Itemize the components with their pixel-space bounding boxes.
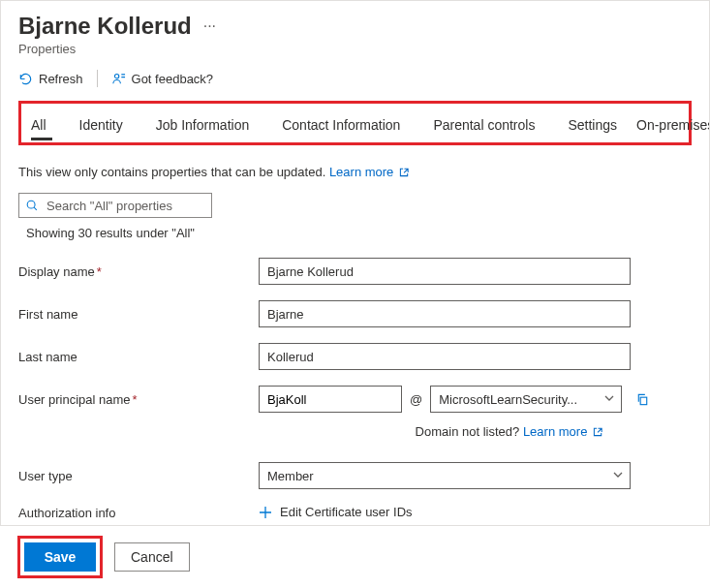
upn-user-input[interactable] bbox=[259, 386, 402, 413]
edit-certificate-link[interactable]: Edit Certificate user IDs bbox=[259, 505, 413, 519]
auth-info-label: Authorization info bbox=[18, 506, 259, 520]
user-type-value: Member bbox=[267, 469, 314, 483]
upn-label: User principal name* bbox=[18, 392, 259, 407]
upn-domain-value: MicrosoftLearnSecurity... bbox=[439, 392, 577, 407]
first-name-input[interactable] bbox=[259, 300, 631, 327]
last-name-label: Last name bbox=[18, 350, 259, 364]
page-title: Bjarne Kollerud bbox=[18, 13, 192, 40]
tabs-highlight-box: All Identity Job Information Contact Inf… bbox=[18, 101, 692, 145]
search-input[interactable] bbox=[45, 198, 211, 214]
external-link-icon bbox=[399, 167, 410, 177]
description-text: This view only contains properties that … bbox=[18, 165, 692, 179]
user-type-select[interactable]: Member bbox=[259, 462, 631, 489]
edit-certificate-label: Edit Certificate user IDs bbox=[280, 505, 413, 519]
tab-parental-controls[interactable]: Parental controls bbox=[423, 109, 544, 142]
refresh-label: Refresh bbox=[39, 72, 83, 86]
domain-learn-more-link[interactable]: Learn more bbox=[523, 424, 603, 439]
tab-identity[interactable]: Identity bbox=[70, 109, 133, 142]
refresh-icon bbox=[18, 72, 33, 86]
chevron-down-icon bbox=[603, 392, 615, 404]
tab-on-premises[interactable]: On-premises bbox=[627, 109, 710, 142]
page-subtitle: Properties bbox=[18, 42, 692, 56]
display-name-input[interactable] bbox=[259, 258, 631, 285]
tab-contact-information[interactable]: Contact Information bbox=[272, 109, 410, 142]
feedback-label: Got feedback? bbox=[132, 72, 214, 86]
refresh-button[interactable]: Refresh bbox=[18, 72, 83, 86]
external-link-icon bbox=[593, 426, 603, 437]
save-highlight-box: Save bbox=[17, 536, 103, 578]
tab-settings[interactable]: Settings bbox=[558, 109, 627, 142]
learn-more-label: Learn more bbox=[329, 165, 393, 179]
at-symbol: @ bbox=[410, 392, 422, 407]
save-button[interactable]: Save bbox=[24, 542, 96, 572]
svg-point-1 bbox=[27, 201, 35, 208]
user-type-label: User type bbox=[18, 469, 259, 483]
chevron-down-icon bbox=[612, 469, 624, 480]
copy-icon[interactable] bbox=[635, 392, 650, 407]
footer-bar: Save Cancel bbox=[0, 525, 710, 588]
search-icon bbox=[25, 199, 39, 212]
search-box[interactable] bbox=[18, 193, 212, 218]
cancel-button[interactable]: Cancel bbox=[114, 542, 190, 572]
tab-bar: All Identity Job Information Contact Inf… bbox=[21, 104, 689, 142]
learn-more-link[interactable]: Learn more bbox=[329, 165, 410, 179]
domain-help-text: Domain not listed? Learn more bbox=[259, 424, 631, 439]
tab-all[interactable]: All bbox=[27, 109, 56, 142]
feedback-button[interactable]: Got feedback? bbox=[111, 72, 214, 86]
first-name-label: First name bbox=[18, 307, 259, 322]
feedback-icon bbox=[111, 72, 126, 86]
toolbar-separator bbox=[97, 70, 98, 87]
display-name-label: Display name* bbox=[18, 264, 259, 279]
plus-icon bbox=[259, 506, 272, 519]
description-body: This view only contains properties that … bbox=[18, 165, 325, 179]
tab-job-information[interactable]: Job Information bbox=[146, 109, 260, 142]
results-count: Showing 30 results under "All" bbox=[26, 226, 692, 240]
more-icon[interactable]: ··· bbox=[200, 15, 220, 37]
last-name-input[interactable] bbox=[259, 343, 631, 370]
upn-domain-select[interactable]: MicrosoftLearnSecurity... bbox=[430, 386, 622, 413]
svg-point-0 bbox=[114, 74, 118, 77]
svg-rect-2 bbox=[640, 397, 647, 405]
